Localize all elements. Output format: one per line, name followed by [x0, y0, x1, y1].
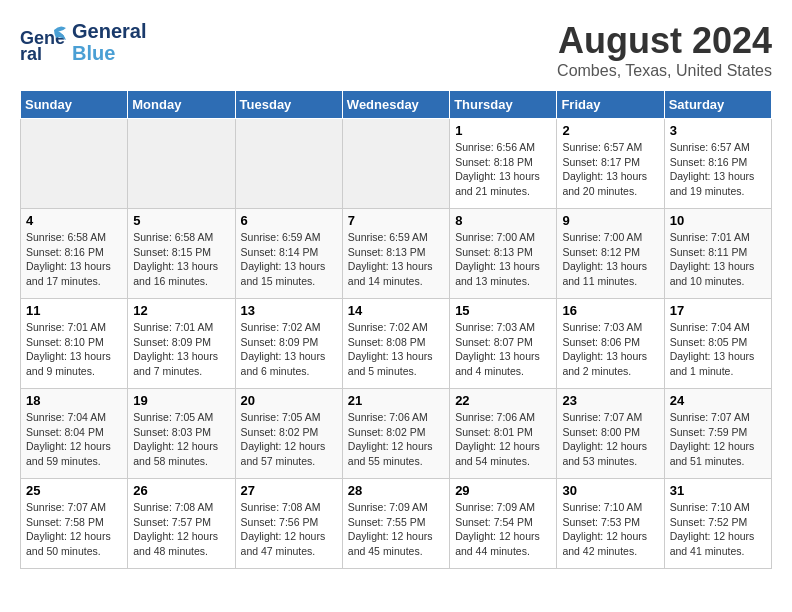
- day-info: Sunrise: 7:07 AM Sunset: 7:59 PM Dayligh…: [670, 410, 766, 469]
- day-info: Sunrise: 7:02 AM Sunset: 8:09 PM Dayligh…: [241, 320, 337, 379]
- day-info: Sunrise: 7:02 AM Sunset: 8:08 PM Dayligh…: [348, 320, 444, 379]
- day-info: Sunrise: 7:03 AM Sunset: 8:07 PM Dayligh…: [455, 320, 551, 379]
- calendar-cell: 9Sunrise: 7:00 AM Sunset: 8:12 PM Daylig…: [557, 209, 664, 299]
- weekday-header-wednesday: Wednesday: [342, 91, 449, 119]
- day-number: 18: [26, 393, 122, 408]
- logo-line2: Blue: [72, 42, 146, 64]
- calendar-cell: 7Sunrise: 6:59 AM Sunset: 8:13 PM Daylig…: [342, 209, 449, 299]
- calendar-cell: 24Sunrise: 7:07 AM Sunset: 7:59 PM Dayli…: [664, 389, 771, 479]
- location: Combes, Texas, United States: [557, 62, 772, 80]
- day-number: 8: [455, 213, 551, 228]
- day-info: Sunrise: 7:00 AM Sunset: 8:13 PM Dayligh…: [455, 230, 551, 289]
- day-info: Sunrise: 7:08 AM Sunset: 7:56 PM Dayligh…: [241, 500, 337, 559]
- day-info: Sunrise: 7:09 AM Sunset: 7:55 PM Dayligh…: [348, 500, 444, 559]
- calendar-cell: 26Sunrise: 7:08 AM Sunset: 7:57 PM Dayli…: [128, 479, 235, 569]
- day-number: 10: [670, 213, 766, 228]
- calendar-cell: 5Sunrise: 6:58 AM Sunset: 8:15 PM Daylig…: [128, 209, 235, 299]
- calendar-cell: 31Sunrise: 7:10 AM Sunset: 7:52 PM Dayli…: [664, 479, 771, 569]
- calendar-cell: 8Sunrise: 7:00 AM Sunset: 8:13 PM Daylig…: [450, 209, 557, 299]
- day-info: Sunrise: 7:05 AM Sunset: 8:02 PM Dayligh…: [241, 410, 337, 469]
- calendar-cell: 25Sunrise: 7:07 AM Sunset: 7:58 PM Dayli…: [21, 479, 128, 569]
- day-info: Sunrise: 6:58 AM Sunset: 8:16 PM Dayligh…: [26, 230, 122, 289]
- calendar-cell: [235, 119, 342, 209]
- day-info: Sunrise: 7:10 AM Sunset: 7:53 PM Dayligh…: [562, 500, 658, 559]
- day-number: 9: [562, 213, 658, 228]
- calendar-cell: 18Sunrise: 7:04 AM Sunset: 8:04 PM Dayli…: [21, 389, 128, 479]
- day-info: Sunrise: 7:01 AM Sunset: 8:11 PM Dayligh…: [670, 230, 766, 289]
- day-number: 16: [562, 303, 658, 318]
- day-info: Sunrise: 7:03 AM Sunset: 8:06 PM Dayligh…: [562, 320, 658, 379]
- day-info: Sunrise: 6:56 AM Sunset: 8:18 PM Dayligh…: [455, 140, 551, 199]
- day-number: 17: [670, 303, 766, 318]
- day-number: 1: [455, 123, 551, 138]
- calendar-table: SundayMondayTuesdayWednesdayThursdayFrid…: [20, 90, 772, 569]
- calendar-cell: 21Sunrise: 7:06 AM Sunset: 8:02 PM Dayli…: [342, 389, 449, 479]
- day-info: Sunrise: 7:00 AM Sunset: 8:12 PM Dayligh…: [562, 230, 658, 289]
- weekday-header-saturday: Saturday: [664, 91, 771, 119]
- calendar-cell: 14Sunrise: 7:02 AM Sunset: 8:08 PM Dayli…: [342, 299, 449, 389]
- day-number: 14: [348, 303, 444, 318]
- calendar-cell: 17Sunrise: 7:04 AM Sunset: 8:05 PM Dayli…: [664, 299, 771, 389]
- calendar-cell: 29Sunrise: 7:09 AM Sunset: 7:54 PM Dayli…: [450, 479, 557, 569]
- day-number: 4: [26, 213, 122, 228]
- calendar-cell: 28Sunrise: 7:09 AM Sunset: 7:55 PM Dayli…: [342, 479, 449, 569]
- day-info: Sunrise: 6:59 AM Sunset: 8:14 PM Dayligh…: [241, 230, 337, 289]
- calendar-cell: 3Sunrise: 6:57 AM Sunset: 8:16 PM Daylig…: [664, 119, 771, 209]
- page-header: Gene ral General Blue August 2024 Combes…: [20, 20, 772, 80]
- day-info: Sunrise: 7:01 AM Sunset: 8:09 PM Dayligh…: [133, 320, 229, 379]
- day-number: 28: [348, 483, 444, 498]
- day-number: 29: [455, 483, 551, 498]
- day-number: 2: [562, 123, 658, 138]
- day-number: 24: [670, 393, 766, 408]
- weekday-header-friday: Friday: [557, 91, 664, 119]
- calendar-cell: 11Sunrise: 7:01 AM Sunset: 8:10 PM Dayli…: [21, 299, 128, 389]
- weekday-header-row: SundayMondayTuesdayWednesdayThursdayFrid…: [21, 91, 772, 119]
- svg-text:ral: ral: [20, 44, 42, 62]
- day-number: 26: [133, 483, 229, 498]
- day-info: Sunrise: 6:57 AM Sunset: 8:16 PM Dayligh…: [670, 140, 766, 199]
- day-info: Sunrise: 7:05 AM Sunset: 8:03 PM Dayligh…: [133, 410, 229, 469]
- calendar-cell: 19Sunrise: 7:05 AM Sunset: 8:03 PM Dayli…: [128, 389, 235, 479]
- day-number: 21: [348, 393, 444, 408]
- calendar-week-1: 1Sunrise: 6:56 AM Sunset: 8:18 PM Daylig…: [21, 119, 772, 209]
- calendar-week-4: 18Sunrise: 7:04 AM Sunset: 8:04 PM Dayli…: [21, 389, 772, 479]
- weekday-header-sunday: Sunday: [21, 91, 128, 119]
- calendar-cell: 1Sunrise: 6:56 AM Sunset: 8:18 PM Daylig…: [450, 119, 557, 209]
- month-title: August 2024: [557, 20, 772, 62]
- day-number: 6: [241, 213, 337, 228]
- calendar-cell: 10Sunrise: 7:01 AM Sunset: 8:11 PM Dayli…: [664, 209, 771, 299]
- day-info: Sunrise: 7:01 AM Sunset: 8:10 PM Dayligh…: [26, 320, 122, 379]
- day-number: 7: [348, 213, 444, 228]
- day-info: Sunrise: 7:07 AM Sunset: 7:58 PM Dayligh…: [26, 500, 122, 559]
- calendar-cell: 2Sunrise: 6:57 AM Sunset: 8:17 PM Daylig…: [557, 119, 664, 209]
- day-number: 12: [133, 303, 229, 318]
- calendar-week-3: 11Sunrise: 7:01 AM Sunset: 8:10 PM Dayli…: [21, 299, 772, 389]
- title-block: August 2024 Combes, Texas, United States: [557, 20, 772, 80]
- logo: Gene ral General Blue: [20, 20, 146, 64]
- calendar-cell: 15Sunrise: 7:03 AM Sunset: 8:07 PM Dayli…: [450, 299, 557, 389]
- day-number: 15: [455, 303, 551, 318]
- day-number: 13: [241, 303, 337, 318]
- calendar-cell: 16Sunrise: 7:03 AM Sunset: 8:06 PM Dayli…: [557, 299, 664, 389]
- day-info: Sunrise: 7:07 AM Sunset: 8:00 PM Dayligh…: [562, 410, 658, 469]
- calendar-week-2: 4Sunrise: 6:58 AM Sunset: 8:16 PM Daylig…: [21, 209, 772, 299]
- day-info: Sunrise: 7:09 AM Sunset: 7:54 PM Dayligh…: [455, 500, 551, 559]
- day-info: Sunrise: 6:58 AM Sunset: 8:15 PM Dayligh…: [133, 230, 229, 289]
- logo-line1: General: [72, 20, 146, 42]
- day-info: Sunrise: 6:57 AM Sunset: 8:17 PM Dayligh…: [562, 140, 658, 199]
- calendar-week-5: 25Sunrise: 7:07 AM Sunset: 7:58 PM Dayli…: [21, 479, 772, 569]
- day-number: 23: [562, 393, 658, 408]
- day-number: 20: [241, 393, 337, 408]
- day-number: 22: [455, 393, 551, 408]
- calendar-cell: 6Sunrise: 6:59 AM Sunset: 8:14 PM Daylig…: [235, 209, 342, 299]
- calendar-cell: 23Sunrise: 7:07 AM Sunset: 8:00 PM Dayli…: [557, 389, 664, 479]
- calendar-cell: 20Sunrise: 7:05 AM Sunset: 8:02 PM Dayli…: [235, 389, 342, 479]
- day-info: Sunrise: 7:04 AM Sunset: 8:05 PM Dayligh…: [670, 320, 766, 379]
- day-info: Sunrise: 7:06 AM Sunset: 8:02 PM Dayligh…: [348, 410, 444, 469]
- day-number: 19: [133, 393, 229, 408]
- day-number: 27: [241, 483, 337, 498]
- day-number: 5: [133, 213, 229, 228]
- weekday-header-monday: Monday: [128, 91, 235, 119]
- calendar-cell: 30Sunrise: 7:10 AM Sunset: 7:53 PM Dayli…: [557, 479, 664, 569]
- calendar-cell: 22Sunrise: 7:06 AM Sunset: 8:01 PM Dayli…: [450, 389, 557, 479]
